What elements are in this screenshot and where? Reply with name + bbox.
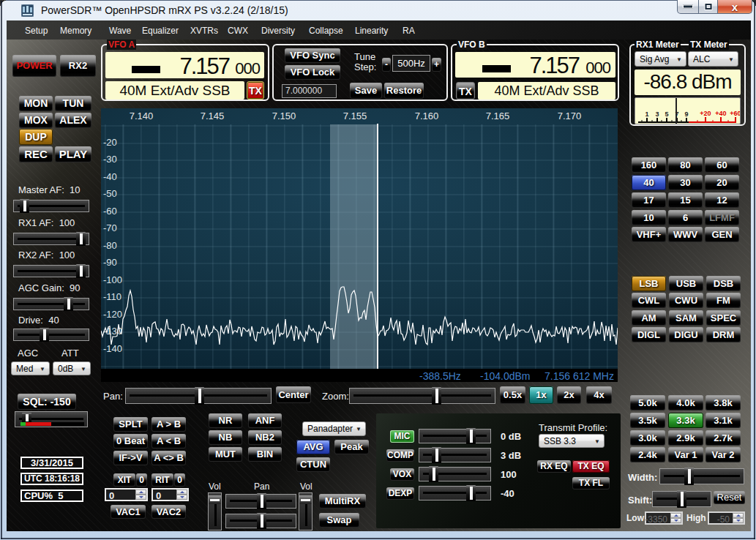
- svg-text:+20: +20: [700, 110, 711, 117]
- svg-text:+40: +40: [715, 110, 726, 117]
- svg-text:9: 9: [684, 110, 688, 118]
- svg-text:5: 5: [665, 110, 668, 118]
- svg-text:1: 1: [645, 110, 648, 118]
- svg-text:3: 3: [655, 110, 659, 118]
- svg-text:+60: +60: [730, 110, 740, 117]
